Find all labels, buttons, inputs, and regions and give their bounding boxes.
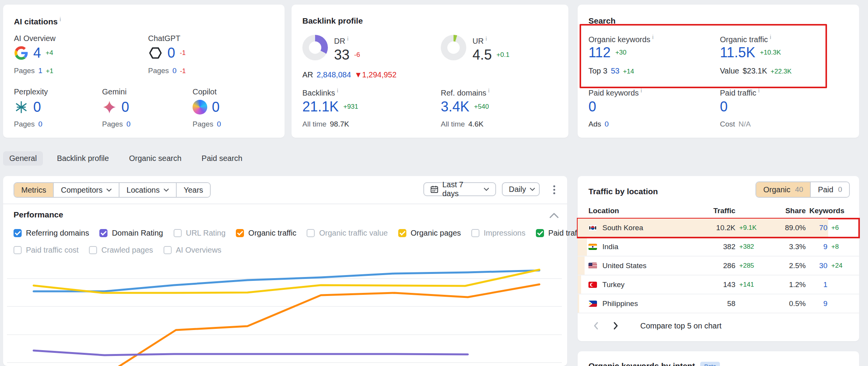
info-icon[interactable]: i (347, 36, 348, 42)
traffic-delta: +141 (735, 281, 770, 289)
pages-value[interactable]: 1 (38, 67, 43, 75)
checkbox-box (14, 229, 22, 237)
chatgpt-label: ChatGPT (148, 34, 180, 43)
checkbox-box (99, 229, 107, 237)
report-tabs: General Backlink profile Organic search … (3, 151, 249, 166)
info-icon[interactable]: i (337, 87, 338, 94)
granularity-button[interactable]: Daily (502, 182, 540, 196)
performance-line-chart[interactable] (3, 255, 567, 366)
paid-traffic-value[interactable]: 0 (720, 100, 728, 114)
checkbox-crawled-pages[interactable]: Crawled pages (89, 246, 153, 255)
chevron-left-icon[interactable] (592, 321, 601, 330)
segment-competitors[interactable]: Competitors (53, 183, 119, 197)
ai-overview-value[interactable]: 4 (33, 46, 41, 60)
alltime-value: 4.6K (468, 120, 483, 128)
segment-years[interactable]: Years (176, 183, 210, 197)
checkbox-box (236, 229, 244, 237)
info-icon[interactable]: i (641, 87, 642, 94)
table-row-india[interactable]: India 382 +382 3.3% 9 +8 (578, 238, 859, 257)
tab-backlink-profile[interactable]: Backlink profile (51, 151, 115, 166)
gemini-icon (102, 100, 117, 115)
chevron-right-icon[interactable] (611, 321, 620, 330)
info-icon[interactable]: i (486, 36, 487, 42)
checkbox-impressions[interactable]: Impressions (471, 229, 525, 238)
pages-value[interactable]: 0 (217, 120, 221, 128)
value-delta: +22.3K (771, 68, 791, 75)
keywords-delta: +6 (827, 224, 849, 232)
paid-keywords-label: Paid keywordsi (588, 87, 642, 97)
organic-count: 40 (795, 185, 803, 194)
cost-value: N/A (738, 120, 751, 128)
keywords-count[interactable]: 9 (806, 299, 827, 308)
date-range-label: Last 7 days (442, 180, 480, 198)
keywords-count[interactable]: 70 (806, 224, 827, 232)
ar-value[interactable]: 2,848,084 (317, 70, 351, 79)
kebab-menu-icon[interactable] (549, 185, 559, 195)
ur-label: URi (472, 36, 487, 46)
tab-organic-search[interactable]: Organic search (123, 151, 188, 166)
flag-philippines-icon (588, 301, 597, 307)
backlinks-value[interactable]: 21.1K (302, 100, 339, 114)
alltime-value: 98.7K (330, 120, 349, 128)
organic-keywords-value[interactable]: 112 (588, 46, 610, 60)
keywords-count[interactable]: 30 (806, 262, 827, 270)
pages-value[interactable]: 0 (38, 120, 43, 128)
chevron-up-icon[interactable] (549, 212, 559, 219)
ur-delta: +0.1 (496, 51, 510, 59)
info-icon[interactable]: i (60, 16, 61, 22)
date-range-button[interactable]: Last 7 days (423, 182, 496, 196)
table-row-south-korea[interactable]: South Korea 10.2K +9.1K 89.0% 70 +6 (578, 219, 859, 238)
checkbox-organic-traffic[interactable]: Organic traffic (236, 229, 296, 238)
top3-value[interactable]: 53 (611, 67, 619, 75)
checkbox-url-rating[interactable]: URL Rating (174, 229, 226, 238)
segment-metrics[interactable]: Metrics (14, 183, 53, 197)
value-amount: $23.1K (743, 67, 767, 75)
organic-keywords-label: Organic keywordsi (588, 34, 653, 44)
checkbox-box (89, 246, 97, 254)
gemini-label: Gemini (102, 87, 126, 96)
checkbox-referring-domains[interactable]: Referring domains (14, 229, 89, 238)
gemini-value[interactable]: 0 (121, 100, 129, 114)
organic-paid-toggle: Organic40 Paid0 (755, 181, 850, 198)
checkbox-box (174, 229, 182, 237)
info-icon[interactable]: i (652, 34, 653, 40)
keywords-count[interactable]: 1 (806, 280, 827, 289)
share-value: 2.5% (770, 262, 806, 270)
compare-top5-link[interactable]: Compare top 5 on chart (640, 322, 721, 330)
backlink-profile-card: Backlink profile DRi 33 -6 AR2,848,084▼1… (292, 5, 568, 138)
checkbox-organic-pages[interactable]: Organic pages (398, 229, 461, 238)
checkbox-organic-traffic-value[interactable]: Organic traffic value (307, 229, 388, 238)
info-icon[interactable]: i (770, 34, 771, 40)
table-row-turkey[interactable]: Turkey 143 +141 1.2% 1 (578, 275, 859, 294)
toggle-organic[interactable]: Organic40 (756, 182, 810, 197)
pages-value[interactable]: 0 (172, 67, 177, 75)
table-row-united-states[interactable]: United States 286 +285 2.5% 30 +24 (578, 257, 859, 275)
flag-south-korea-icon (588, 225, 597, 231)
intent-card-title: Organic keywords by intent Beta (588, 361, 720, 366)
toggle-paid[interactable]: Paid0 (810, 182, 849, 197)
flag-united-states-icon (588, 263, 597, 269)
chatgpt-value[interactable]: 0 (167, 46, 175, 60)
organic-traffic-value[interactable]: 11.5K (720, 46, 755, 60)
checkbox-label: Domain Rating (112, 229, 163, 238)
checkbox-box (398, 229, 406, 237)
ur-value: 4.5 (472, 48, 492, 62)
organic-keywords-delta: +30 (615, 49, 626, 56)
location-table-header: Location Traffic Share Keywords (578, 204, 859, 219)
checkbox-domain-rating[interactable]: Domain Rating (99, 229, 163, 238)
ref-domains-value[interactable]: 3.4K (441, 100, 469, 114)
ads-value[interactable]: 0 (605, 120, 609, 128)
paid-keywords-value[interactable]: 0 (588, 100, 596, 114)
segment-locations[interactable]: Locations (119, 183, 176, 197)
tab-general[interactable]: General (3, 151, 43, 166)
pages-value[interactable]: 0 (126, 120, 131, 128)
info-icon[interactable]: i (758, 87, 759, 94)
perplexity-value[interactable]: 0 (33, 100, 41, 114)
checkbox-paid-traffic-cost[interactable]: Paid traffic cost (14, 246, 78, 255)
checkbox-box (14, 246, 22, 254)
tab-paid-search[interactable]: Paid search (195, 151, 249, 166)
info-icon[interactable]: i (488, 87, 489, 94)
keywords-count[interactable]: 9 (806, 243, 827, 251)
copilot-value[interactable]: 0 (212, 100, 220, 114)
checkbox-ai-overviews[interactable]: AI Overviews (164, 246, 222, 255)
